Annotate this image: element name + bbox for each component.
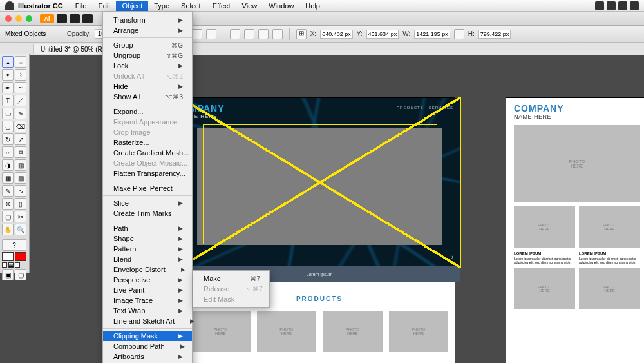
line-tool[interactable]: ／ [15, 95, 26, 106]
mesh-tool[interactable]: ▦ [2, 172, 14, 184]
hand-tool[interactable]: ✋ [2, 224, 14, 235]
artboard-tool[interactable]: ▢ [2, 211, 14, 222]
slice-tool[interactable]: ✂ [15, 211, 26, 222]
menu-item[interactable]: Perspective▶ [103, 275, 192, 285]
product-placeholder[interactable]: PHOTOHERE [323, 311, 383, 352]
type-tool[interactable]: T [2, 95, 14, 106]
menu-item[interactable]: Create Trim Marks [103, 208, 192, 219]
transform-panel-icon[interactable]: ⊞ [296, 29, 307, 39]
menu-item[interactable]: Hide▶ [103, 81, 192, 92]
clipping-mask-submenu[interactable]: Make⌘7Release⌥⌘7Edit Mask [193, 270, 270, 308]
width-tool[interactable]: ↔ [2, 146, 14, 158]
selection-tool[interactable]: ▴ [2, 56, 14, 68]
menu-item[interactable]: Line and Sketch Art▶ [103, 316, 192, 326]
paintbrush-tool[interactable]: ✎ [15, 108, 26, 119]
object-dropdown-menu[interactable]: Transform▶Arrange▶Group⌘GUngroup⇧⌘GLock▶… [102, 12, 193, 363]
menu-edit[interactable]: Edit [92, 1, 116, 11]
menu-item[interactable]: Pattern▶ [103, 244, 192, 254]
tray-icon[interactable] [630, 1, 639, 10]
lasso-tool[interactable]: ⌇ [15, 69, 26, 81]
shaper-tool[interactable]: ◡ [2, 121, 14, 132]
menu-object[interactable]: Object [116, 1, 148, 11]
align-vcenter-button[interactable] [192, 29, 202, 39]
none-mode-icon[interactable] [15, 262, 20, 268]
pen-tool[interactable]: ✒ [2, 82, 14, 93]
product-placeholder[interactable]: PHOTOHERE [257, 311, 317, 352]
selection-bounding-box[interactable] [179, 97, 461, 268]
menu-window[interactable]: Window [263, 1, 299, 11]
bridge-icon[interactable] [57, 14, 67, 23]
menu-item[interactable]: Clipping Mask▶ [103, 331, 192, 341]
grid-placeholder[interactable]: PHOTOHERE [579, 206, 640, 248]
menu-item[interactable]: Transform▶ [103, 15, 192, 25]
menu-item[interactable]: Artboards▶ [103, 351, 192, 362]
shape-mode-button[interactable] [258, 29, 269, 39]
graph-tool[interactable]: ▯ [15, 198, 26, 210]
menu-item[interactable]: Ungroup⇧⌘G [103, 50, 192, 61]
magic-wand-tool[interactable]: ✦ [2, 69, 14, 81]
menu-item[interactable]: Arrange▶ [103, 25, 192, 35]
tray-icon[interactable] [607, 1, 616, 10]
menu-item[interactable]: Expand... [103, 106, 192, 117]
close-window-button[interactable] [5, 15, 12, 22]
eyedropper-tool[interactable]: ✎ [2, 185, 14, 197]
align-bottom-button[interactable] [206, 29, 216, 39]
menu-item[interactable]: Lock▶ [103, 61, 192, 71]
menu-item[interactable]: Flatten Transparency... [103, 168, 192, 179]
submenu-item[interactable]: Make⌘7 [193, 273, 269, 284]
artboard-2[interactable]: COMPANY NAME HERE PHOTOHERE PHOTOHERE PH… [506, 98, 644, 363]
rectangle-tool[interactable]: ▭ [2, 108, 14, 119]
pathfinder-button[interactable] [272, 29, 283, 39]
h-value[interactable]: 799.422 px [478, 30, 511, 39]
menu-item[interactable]: Shape▶ [103, 233, 192, 244]
menu-item[interactable]: Show All⌥⌘3 [103, 92, 192, 102]
menu-item[interactable]: Text Wrap▶ [103, 306, 192, 316]
menu-item[interactable]: Live Paint▶ [103, 285, 192, 295]
curvature-tool[interactable]: ~ [15, 82, 26, 93]
rotate-tool[interactable]: ↻ [2, 133, 14, 145]
menu-type[interactable]: Type [148, 1, 175, 11]
menu-item[interactable]: Rasterize... [103, 137, 192, 148]
menu-item[interactable]: Blend▶ [103, 254, 192, 264]
color-mode-icon[interactable] [2, 262, 7, 268]
menu-item[interactable]: Compound Path▶ [103, 341, 192, 351]
screen-mode-normal[interactable]: ▣ [2, 269, 14, 280]
fill-swatch[interactable] [2, 252, 14, 261]
eraser-tool[interactable]: ⌫ [15, 121, 26, 132]
tray-icon[interactable] [595, 1, 604, 10]
gradient-mode-icon[interactable] [8, 262, 14, 268]
direct-selection-tool[interactable]: ▵ [15, 56, 26, 68]
grid-placeholder[interactable]: PHOTOHERE [514, 206, 575, 248]
symbol-sprayer-tool[interactable]: ❊ [2, 198, 14, 210]
menu-item[interactable]: Group⌘G [103, 40, 192, 50]
product-placeholder[interactable]: PHOTOHERE [191, 311, 251, 352]
stroke-swatch[interactable] [15, 252, 26, 261]
perspective-tool[interactable]: ▥ [15, 159, 26, 171]
scale-tool[interactable]: ⤢ [15, 133, 26, 145]
w-value[interactable]: 1421.195 px [414, 30, 450, 39]
app-name[interactable]: Illustrator CC [18, 2, 63, 10]
minimize-window-button[interactable] [15, 15, 22, 22]
x-value[interactable]: 640.402 px [320, 30, 353, 39]
unknown-tool[interactable]: ? [2, 239, 26, 251]
menu-view[interactable]: View [236, 1, 263, 11]
grid-placeholder[interactable]: PHOTOHERE [579, 268, 640, 309]
blend-tool[interactable]: ∿ [15, 185, 26, 197]
tray-icon[interactable] [618, 1, 627, 10]
menu-item[interactable]: Make Pixel Perfect [103, 183, 192, 193]
free-transform-tool[interactable]: ⧈ [15, 146, 26, 158]
stock-icon[interactable] [70, 14, 80, 23]
distribute-v-button[interactable] [244, 29, 254, 39]
product-placeholder[interactable]: PHOTOHERE [389, 311, 449, 352]
link-wh-icon[interactable] [454, 29, 464, 39]
menu-help[interactable]: Help [299, 1, 326, 11]
menu-item[interactable]: Path▶ [103, 223, 192, 233]
library-icon[interactable] [82, 14, 93, 23]
menu-item[interactable]: Create Gradient Mesh... [103, 148, 192, 158]
grid-placeholder[interactable]: PHOTOHERE [514, 268, 575, 309]
screen-mode-full[interactable]: ▢ [15, 269, 26, 280]
menu-item[interactable]: Envelope Distort▶ [103, 264, 192, 275]
zoom-tool[interactable]: 🔍 [15, 224, 26, 235]
apple-menu-icon[interactable] [5, 1, 14, 10]
distribute-h-button[interactable] [230, 29, 240, 39]
